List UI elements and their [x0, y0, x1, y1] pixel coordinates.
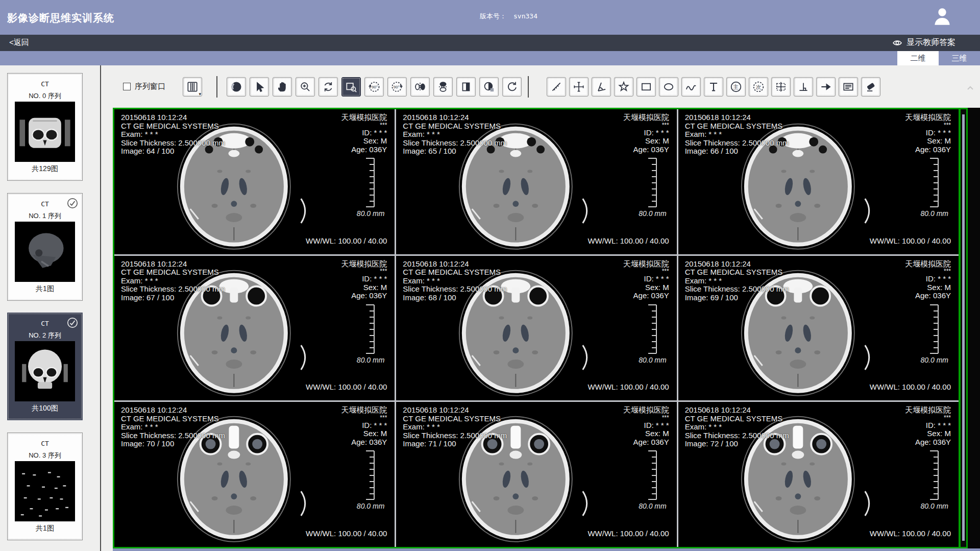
- perpendicular-mark-button[interactable]: [794, 77, 813, 97]
- cell-exam: Exam: * * *: [121, 130, 225, 139]
- cross-ruler-icon: [574, 82, 583, 91]
- measure-angle-button[interactable]: [592, 77, 611, 97]
- zoom-button[interactable]: [296, 77, 315, 97]
- invert-rect-icon: [463, 83, 470, 90]
- cell-overlay-left: 20150618 10:12:24 CT GE MEDICAL SYSTEMS …: [403, 406, 507, 448]
- window-level-readout: WW/WL: 100.00 / 40.00: [870, 236, 951, 245]
- nav-bar: <返回 显示教师答案: [0, 35, 980, 51]
- rotate-right-90-button[interactable]: 90°: [387, 77, 407, 97]
- checkbox-icon[interactable]: [123, 83, 131, 90]
- cell-datetime: 20150618 10:12:24: [121, 260, 225, 269]
- grid-mark-button[interactable]: [771, 77, 791, 97]
- viewport-cell-7[interactable]: 20150618 10:12:24 CT GE MEDICAL SYSTEMS …: [396, 402, 676, 547]
- cell-datetime: 20150618 10:12:24: [403, 113, 507, 122]
- cell-datetime: 20150618 10:12:24: [403, 406, 507, 415]
- select-button[interactable]: [250, 77, 269, 97]
- cell-sex: Sex: M: [623, 283, 669, 292]
- cell-patient-id: ID: * * *: [341, 129, 387, 137]
- cell-hospital: 天堰模拟医院: [623, 406, 669, 415]
- text-T-icon: [710, 83, 717, 90]
- cell-patient-id: ID: * * *: [623, 129, 669, 137]
- series-sidebar: CT NO. 0 序列 共129图 CT NO. 1 序列 共1图 CT NO.…: [0, 65, 100, 551]
- eraser-icon: [867, 83, 875, 91]
- cell-age: Age: 036Y: [623, 292, 669, 300]
- viewer-scrollbar[interactable]: [959, 108, 968, 548]
- scrollbar-thumb[interactable]: [962, 114, 965, 541]
- cell-overlay-right: 天堰模拟医院 *** ID: * * * Sex: M Age: 036Y: [905, 260, 951, 300]
- cell-sex: Sex: M: [341, 137, 387, 146]
- viewport-cell-2[interactable]: 20150618 10:12:24 CT GE MEDICAL SYSTEMS …: [678, 109, 959, 254]
- series-layout-button[interactable]: ▾: [183, 77, 202, 97]
- reset-button[interactable]: [502, 77, 522, 97]
- polygon-roi-button[interactable]: [614, 77, 633, 97]
- tab-3d[interactable]: 三维: [939, 51, 980, 65]
- cell-device: CT GE MEDICAL SYSTEMS: [121, 122, 225, 131]
- series-card-3[interactable]: CT NO. 3 序列 共1图: [7, 433, 83, 540]
- pan-button[interactable]: [273, 77, 292, 97]
- ellipse-roi-button[interactable]: [659, 77, 678, 97]
- primary-mark-button[interactable]: 主: [726, 77, 746, 97]
- flip-vertical-button[interactable]: [433, 77, 453, 97]
- viewer-grid-frame: 20150618 10:12:24 CT GE MEDICAL SYSTEMS …: [113, 108, 959, 548]
- secondary-mark-button[interactable]: 次: [749, 77, 768, 97]
- scale-ruler-icon: [924, 450, 939, 500]
- cell-patient-id: ID: * * *: [905, 129, 951, 137]
- rotate-button[interactable]: [318, 77, 338, 97]
- viewport-cell-5[interactable]: 20150618 10:12:24 CT GE MEDICAL SYSTEMS …: [678, 256, 959, 401]
- scale-ruler-icon: [642, 158, 657, 207]
- version-value: svn334: [513, 12, 537, 20]
- cell-stars: ***: [905, 122, 951, 129]
- eraser-button[interactable]: [861, 77, 880, 97]
- series-card-1[interactable]: CT NO. 1 序列 共1图: [7, 193, 83, 301]
- invert-sphere-button[interactable]: [479, 77, 499, 97]
- note-annotation-button[interactable]: [839, 77, 858, 97]
- series-name: NO. 2 序列: [8, 331, 82, 340]
- cell-sex: Sex: M: [905, 429, 951, 438]
- series-thumbnail: [15, 102, 75, 162]
- cell-image-number: Image: 69 / 100: [685, 294, 789, 302]
- freehand-roi-button[interactable]: [681, 77, 701, 97]
- window-level-readout: WW/WL: 100.00 / 40.00: [587, 236, 669, 245]
- cell-sex: Sex: M: [905, 283, 951, 292]
- cell-slice-thickness: Slice Thickness: 2.500000 mm: [121, 139, 225, 148]
- collapse-chevron-icon[interactable]: [966, 84, 974, 92]
- cell-exam: Exam: * * *: [685, 423, 789, 432]
- viewport-cell-4[interactable]: 20150618 10:12:24 CT GE MEDICAL SYSTEMS …: [396, 256, 676, 401]
- cell-image-number: Image: 64 / 100: [121, 147, 225, 156]
- scale-label: 80.0 mm: [357, 502, 384, 510]
- viewer-grid: 20150618 10:12:24 CT GE MEDICAL SYSTEMS …: [114, 109, 959, 547]
- rect-roi-button[interactable]: [636, 77, 656, 97]
- angle-icon: [598, 82, 605, 90]
- rotate-left-90-button[interactable]: 90°: [364, 77, 384, 97]
- viewport-cell-1[interactable]: 20150618 10:12:24 CT GE MEDICAL SYSTEMS …: [396, 109, 676, 254]
- arrow-annotation-button[interactable]: [816, 77, 836, 97]
- viewport-cell-8[interactable]: 20150618 10:12:24 CT GE MEDICAL SYSTEMS …: [678, 402, 959, 547]
- user-avatar-icon[interactable]: [932, 6, 952, 28]
- series-card-2[interactable]: CT NO. 2 序列 共100图: [7, 313, 83, 420]
- tab-2d[interactable]: 二维: [897, 51, 939, 65]
- viewport-cell-6[interactable]: 20150618 10:12:24 CT GE MEDICAL SYSTEMS …: [114, 402, 395, 547]
- viewport-cell-0[interactable]: 20150618 10:12:24 CT GE MEDICAL SYSTEMS …: [114, 109, 395, 254]
- show-teacher-answer-button[interactable]: 显示教师答案: [892, 37, 955, 48]
- cell-patient-id: ID: * * *: [341, 421, 387, 430]
- window-level-readout: WW/WL: 100.00 / 40.00: [870, 382, 951, 391]
- region-zoom-button[interactable]: [341, 77, 361, 97]
- cell-age: Age: 036Y: [905, 292, 951, 300]
- cell-datetime: 20150618 10:12:24: [403, 260, 507, 269]
- scale-label: 80.0 mm: [639, 356, 666, 364]
- text-annotation-button[interactable]: [704, 77, 723, 97]
- window-level-button[interactable]: [227, 77, 246, 97]
- flip-horizontal-button[interactable]: [410, 77, 430, 97]
- version-label: 版本号：: [480, 12, 506, 20]
- series-card-0[interactable]: CT NO. 0 序列 共129图: [7, 73, 83, 181]
- measure-line-button[interactable]: [547, 77, 566, 97]
- measure-cross-button[interactable]: [569, 77, 589, 97]
- curve-icon: [687, 85, 696, 90]
- series-window-checkbox[interactable]: 序列窗口: [123, 82, 165, 91]
- cell-overlay-left: 20150618 10:12:24 CT GE MEDICAL SYSTEMS …: [403, 113, 507, 156]
- invert-button[interactable]: [456, 77, 476, 97]
- viewport-cell-3[interactable]: 20150618 10:12:24 CT GE MEDICAL SYSTEMS …: [114, 256, 395, 401]
- cell-stars: ***: [341, 415, 387, 421]
- back-button[interactable]: <返回: [9, 38, 29, 47]
- cell-age: Age: 036Y: [341, 292, 387, 300]
